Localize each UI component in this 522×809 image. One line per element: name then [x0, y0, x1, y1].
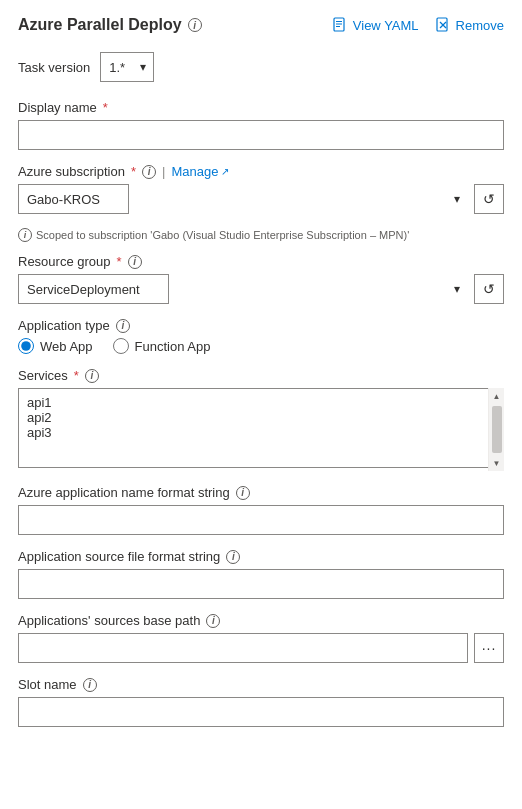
slot-name-group: Slot name i: [18, 677, 504, 727]
apps-sources-base-path-row: ···: [18, 633, 504, 663]
manage-link[interactable]: Manage ↗: [171, 164, 229, 179]
resource-group-info-icon[interactable]: i: [128, 255, 142, 269]
application-type-group: Application type i Web App Function App: [18, 318, 504, 354]
remove-icon: [435, 17, 451, 33]
azure-app-name-format-group: Azure application name format string i s…: [18, 485, 504, 535]
functionapp-radio-option[interactable]: Function App: [113, 338, 211, 354]
slot-name-input[interactable]: [18, 697, 504, 727]
subscription-dropdown-container: Gabo-KROS: [18, 184, 468, 214]
view-yaml-label: View YAML: [353, 18, 419, 33]
azure-app-name-format-label: Azure application name format string: [18, 485, 230, 500]
task-version-row: Task version 1.*: [18, 52, 504, 82]
external-link-icon: ↗: [221, 166, 229, 177]
header-left: Azure Parallel Deploy i: [18, 16, 202, 34]
azure-subscription-label: Azure subscription: [18, 164, 125, 179]
subscription-dropdown-row: Gabo-KROS ↺: [18, 184, 504, 214]
resource-group-dropdown-container: ServiceDeployment: [18, 274, 468, 304]
scoped-text-row: i Scoped to subscription 'Gabo (Visual S…: [18, 228, 504, 242]
services-textarea[interactable]: api1 api2 api3: [18, 388, 504, 468]
resource-group-label-row: Resource group * i: [18, 254, 504, 269]
remove-label: Remove: [456, 18, 504, 33]
header-info-icon[interactable]: i: [188, 18, 202, 32]
scoped-info-icon: i: [18, 228, 32, 242]
manage-label: Manage: [171, 164, 218, 179]
scroll-up-arrow[interactable]: ▲: [489, 388, 505, 404]
apps-sources-base-path-input[interactable]: [18, 633, 468, 663]
webapp-radio-label: Web App: [40, 339, 93, 354]
resource-group-label: Resource group: [18, 254, 111, 269]
services-info-icon[interactable]: i: [85, 369, 99, 383]
view-yaml-link[interactable]: View YAML: [332, 17, 419, 33]
slot-name-label-row: Slot name i: [18, 677, 504, 692]
pipe-separator: |: [162, 164, 165, 179]
application-type-label-row: Application type i: [18, 318, 504, 333]
resource-group-dropdown-row: ServiceDeployment ↺: [18, 274, 504, 304]
application-type-info-icon[interactable]: i: [116, 319, 130, 333]
header-right: View YAML Remove: [332, 17, 504, 33]
apps-sources-base-path-label: Applications' sources base path: [18, 613, 200, 628]
app-source-file-format-label-row: Application source file format string i: [18, 549, 504, 564]
svg-rect-2: [336, 24, 342, 25]
apps-sources-base-path-info-icon[interactable]: i: [206, 614, 220, 628]
subscription-refresh-button[interactable]: ↺: [474, 184, 504, 214]
remove-link[interactable]: Remove: [435, 17, 504, 33]
display-name-label: Display name: [18, 100, 97, 115]
subscription-select[interactable]: Gabo-KROS: [18, 184, 129, 214]
resource-group-group: Resource group * i ServiceDeployment ↺: [18, 254, 504, 304]
services-scrollbar: ▲ ▼: [488, 388, 504, 471]
services-group: Services * i api1 api2 api3 ▲ ▼: [18, 368, 504, 471]
resource-group-required: *: [117, 254, 122, 269]
task-version-select[interactable]: 1.*: [100, 52, 154, 82]
apps-sources-base-path-browse-button[interactable]: ···: [474, 633, 504, 663]
display-name-input[interactable]: Deploy services: [18, 120, 504, 150]
functionapp-radio-label: Function App: [135, 339, 211, 354]
app-source-file-format-label: Application source file format string: [18, 549, 220, 564]
scoped-text: Scoped to subscription 'Gabo (Visual Stu…: [36, 229, 409, 241]
services-label-row: Services * i: [18, 368, 504, 383]
yaml-icon: [332, 17, 348, 33]
application-type-radio-group: Web App Function App: [18, 338, 504, 354]
services-required: *: [74, 368, 79, 383]
azure-subscription-info-icon[interactable]: i: [142, 165, 156, 179]
display-name-group: Display name * Deploy services: [18, 100, 504, 150]
resource-group-refresh-button[interactable]: ↺: [474, 274, 504, 304]
azure-subscription-label-row: Azure subscription * i | Manage ↗: [18, 164, 504, 179]
slot-name-info-icon[interactable]: i: [83, 678, 97, 692]
resource-group-select[interactable]: ServiceDeployment: [18, 274, 169, 304]
task-version-label: Task version: [18, 60, 90, 75]
azure-subscription-required: *: [131, 164, 136, 179]
azure-app-name-format-label-row: Azure application name format string i: [18, 485, 504, 500]
slot-name-label: Slot name: [18, 677, 77, 692]
app-source-file-format-info-icon[interactable]: i: [226, 550, 240, 564]
azure-subscription-group: Azure subscription * i | Manage ↗ Gabo-K…: [18, 164, 504, 214]
app-source-file-format-input[interactable]: [18, 569, 504, 599]
page-header: Azure Parallel Deploy i View YAML Remove: [18, 16, 504, 34]
application-type-label: Application type: [18, 318, 110, 333]
apps-sources-base-path-label-row: Applications' sources base path i: [18, 613, 504, 628]
task-version-select-wrapper: 1.*: [100, 52, 154, 82]
scroll-down-arrow[interactable]: ▼: [489, 455, 505, 471]
display-name-label-row: Display name *: [18, 100, 504, 115]
display-name-required: *: [103, 100, 108, 115]
app-source-file-format-group: Application source file format string i: [18, 549, 504, 599]
functionapp-radio[interactable]: [113, 338, 129, 354]
webapp-radio[interactable]: [18, 338, 34, 354]
azure-app-name-format-input[interactable]: sp-servicedeployment-{0}: [18, 505, 504, 535]
scroll-track: [492, 406, 502, 453]
azure-app-name-format-info-icon[interactable]: i: [236, 486, 250, 500]
services-container: api1 api2 api3 ▲ ▼: [18, 388, 504, 471]
svg-rect-3: [336, 26, 340, 27]
services-label: Services: [18, 368, 68, 383]
apps-sources-base-path-group: Applications' sources base path i ···: [18, 613, 504, 663]
svg-rect-1: [336, 21, 342, 22]
page-title: Azure Parallel Deploy: [18, 16, 182, 34]
webapp-radio-option[interactable]: Web App: [18, 338, 93, 354]
